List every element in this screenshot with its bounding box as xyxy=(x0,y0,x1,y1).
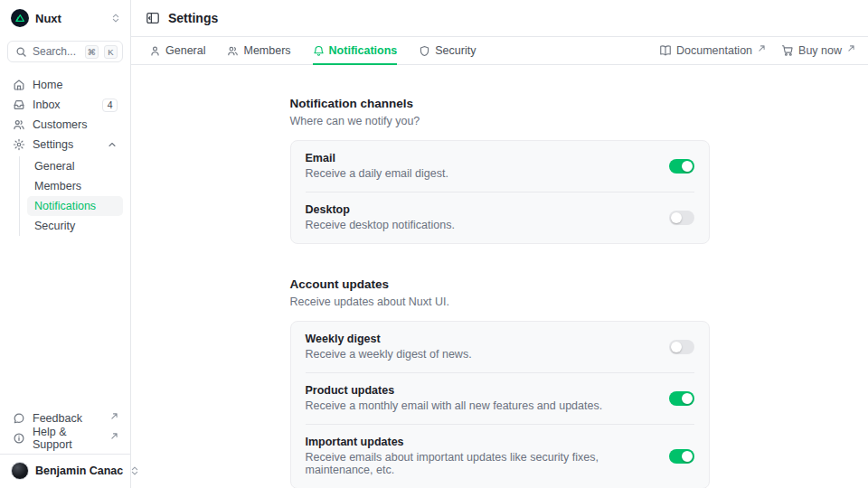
tab-bar: General Members Notifications xyxy=(131,37,868,65)
user-menu[interactable]: Benjamin Canac xyxy=(0,454,130,488)
setting-description: Receive a monthly email with all new fea… xyxy=(306,399,603,412)
app-window: Nuxt Search... ⌘ K Home xyxy=(0,0,868,488)
tab-security[interactable]: Security xyxy=(419,37,476,64)
page-header: Settings xyxy=(131,0,868,37)
customers-icon xyxy=(13,118,25,131)
person-icon xyxy=(149,45,161,57)
toggle-knob xyxy=(682,393,693,404)
info-circle-icon xyxy=(13,432,25,445)
section-title: Notification channels xyxy=(290,97,710,110)
sidebar-footer: Feedback Help & Support xyxy=(0,408,130,454)
sidebar-item-label: Settings xyxy=(33,138,99,151)
toggle-knob xyxy=(671,342,682,352)
main-area: Settings General Members xyxy=(131,0,868,488)
setting-description: Receive a weekly digest of news. xyxy=(306,348,472,361)
setting-description: Receive a daily email digest. xyxy=(306,167,448,180)
section-notification-channels: Notification channels Where can we notif… xyxy=(290,97,710,244)
nuxt-logo-icon xyxy=(11,9,29,27)
sidebar-nav: Home Inbox 4 Customers Settings xyxy=(0,68,130,236)
page-title: Settings xyxy=(168,11,218,25)
link-label: Documentation xyxy=(676,44,752,57)
tab-label: Notifications xyxy=(329,44,398,57)
book-icon xyxy=(659,44,672,57)
home-icon xyxy=(13,79,25,91)
tabs: General Members Notifications xyxy=(149,37,476,64)
external-link-icon xyxy=(759,45,765,52)
search-input[interactable]: Search... ⌘ K xyxy=(7,41,123,62)
tab-label: Members xyxy=(243,44,290,57)
weekly-digest-toggle[interactable] xyxy=(669,340,694,354)
sidebar: Nuxt Search... ⌘ K Home xyxy=(0,0,131,488)
setting-description: Receive desktop notifications. xyxy=(306,219,455,231)
chevron-up-down-icon xyxy=(110,13,121,23)
cart-icon xyxy=(781,44,794,57)
feedback-icon xyxy=(13,412,25,425)
avatar xyxy=(11,462,29,480)
workspace-switcher[interactable]: Nuxt xyxy=(0,0,130,34)
search-icon xyxy=(15,46,27,58)
external-link-icon xyxy=(111,413,118,419)
tab-label: General xyxy=(165,44,205,57)
sidebar-subitem-general[interactable]: General xyxy=(27,156,123,176)
important-updates-toggle[interactable] xyxy=(669,449,694,464)
sidebar-collapse-button[interactable] xyxy=(146,11,160,25)
shield-icon xyxy=(419,45,430,57)
documentation-link[interactable]: Documentation xyxy=(659,44,765,57)
toggle-knob xyxy=(682,161,693,172)
setting-row-weekly-digest: Weekly digest Receive a weekly digest of… xyxy=(306,322,694,372)
gear-icon xyxy=(13,138,25,151)
settings-card: Weekly digest Receive a weekly digest of… xyxy=(290,321,710,488)
sidebar-subitem-security[interactable]: Security xyxy=(27,216,123,236)
section-title: Account updates xyxy=(290,277,710,291)
tab-label: Security xyxy=(435,44,476,57)
setting-label: Desktop xyxy=(306,203,455,216)
bell-icon xyxy=(313,45,325,57)
people-icon xyxy=(227,45,239,57)
search-placeholder: Search... xyxy=(33,45,80,58)
workspace-name: Nuxt xyxy=(35,12,104,25)
email-toggle[interactable] xyxy=(669,159,694,174)
kbd-k: K xyxy=(104,45,118,59)
setting-row-product-updates: Product updates Receive a monthly email … xyxy=(306,372,694,424)
inbox-icon xyxy=(13,99,25,111)
chevron-up-icon xyxy=(107,139,118,150)
setting-row-desktop: Desktop Receive desktop notifications. xyxy=(306,192,694,243)
section-description: Where can we notify you? xyxy=(290,115,710,127)
tab-notifications[interactable]: Notifications xyxy=(313,37,398,64)
desktop-toggle[interactable] xyxy=(669,211,694,225)
buy-now-link[interactable]: Buy now xyxy=(781,44,854,57)
setting-label: Important updates xyxy=(306,436,651,448)
setting-description: Receive emails about important updates l… xyxy=(306,451,651,476)
sidebar-item-label: Inbox xyxy=(33,99,95,111)
sidebar-item-home[interactable]: Home xyxy=(7,75,123,95)
external-link-icon xyxy=(111,433,118,439)
sidebar-item-help-support[interactable]: Help & Support xyxy=(7,428,123,448)
user-name: Benjamin Canac xyxy=(35,465,123,477)
toggle-knob xyxy=(671,212,682,223)
settings-content: Notification channels Where can we notif… xyxy=(131,65,868,488)
kbd-cmd: ⌘ xyxy=(85,45,99,59)
settings-subnav: General Members Notifications Security xyxy=(19,156,123,236)
sidebar-item-customers[interactable]: Customers xyxy=(7,115,123,135)
sidebar-item-label: Customers xyxy=(33,118,118,131)
tab-general[interactable]: General xyxy=(149,37,205,64)
panel-left-close-icon xyxy=(146,11,160,25)
section-description: Receive updates about Nuxt UI. xyxy=(290,296,710,308)
setting-label: Weekly digest xyxy=(306,333,472,345)
sidebar-spacer xyxy=(0,236,130,408)
inbox-count-badge: 4 xyxy=(102,99,118,112)
setting-label: Email xyxy=(306,152,448,164)
section-account-updates: Account updates Receive updates about Nu… xyxy=(290,277,710,488)
tab-members[interactable]: Members xyxy=(227,37,290,64)
setting-row-email: Email Receive a daily email digest. xyxy=(306,141,694,192)
sidebar-item-settings[interactable]: Settings xyxy=(7,135,123,155)
sidebar-item-label: Help & Support xyxy=(33,426,102,451)
sidebar-subitem-notifications[interactable]: Notifications xyxy=(27,196,123,216)
sidebar-item-label: Feedback xyxy=(33,412,102,425)
link-label: Buy now xyxy=(798,44,842,57)
setting-row-important-updates: Important updates Receive emails about i… xyxy=(306,424,694,488)
settings-card: Email Receive a daily email digest. Desk… xyxy=(290,140,710,244)
sidebar-item-inbox[interactable]: Inbox 4 xyxy=(7,95,123,115)
product-updates-toggle[interactable] xyxy=(669,391,694,406)
sidebar-subitem-members[interactable]: Members xyxy=(27,176,123,196)
